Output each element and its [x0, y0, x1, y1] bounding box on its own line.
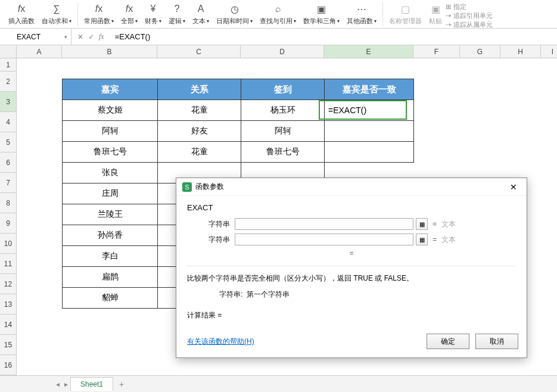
table-cell[interactable] [325, 142, 414, 163]
table-cell[interactable]: 兰陵王 [63, 204, 158, 225]
table-cell[interactable]: 好友 [158, 121, 241, 142]
row-header[interactable]: 9 [0, 213, 17, 234]
tab-nav-prev-icon[interactable]: ◂ [54, 380, 62, 388]
range-picker-icon[interactable]: ▦ [416, 218, 428, 230]
math-fn-button[interactable]: ▣ 数学和三角▾ [300, 1, 343, 27]
fx-star-icon: fx [92, 2, 105, 15]
row-header[interactable]: 3 [0, 92, 17, 112]
name-box[interactable]: EXACT ▾ [0, 29, 71, 45]
table-header-cell[interactable]: 签到 [241, 79, 325, 100]
column-header[interactable]: D [241, 45, 324, 58]
table-cell[interactable]: 李白 [63, 246, 158, 267]
function-description: 比较两个字符串是否完全相同（区分大小写），返回 TRUE 或 FALSE。 [187, 273, 516, 284]
finance-fn-button[interactable]: ¥ 财务▾ [141, 1, 165, 27]
table-cell[interactable]: 阿轲 [241, 121, 325, 142]
calculation-result: 计算结果 = [187, 310, 516, 321]
name-box-value: EXACT [17, 33, 41, 41]
autosum-button[interactable]: ∑ 自动求和▾ [38, 1, 75, 27]
row-header[interactable]: 8 [0, 193, 17, 213]
table-cell[interactable]: 张良 [63, 163, 158, 183]
cancel-button[interactable]: 取消 [475, 334, 518, 349]
ribbon-label: 日期和时间▾ [216, 17, 253, 26]
ribbon-label: 财务▾ [145, 17, 161, 26]
row-header[interactable]: 15 [0, 335, 17, 355]
row-header[interactable]: 1 [0, 58, 17, 71]
param2-input[interactable] [235, 234, 413, 245]
row-header[interactable]: 4 [0, 112, 17, 132]
table-cell[interactable]: 貂蝉 [63, 288, 158, 309]
dialog-function-name: EXACT [187, 203, 516, 212]
fx-icon[interactable]: fx [99, 32, 104, 41]
param-desc-text: 第一个字符串 [247, 290, 290, 298]
row-header[interactable]: 12 [0, 274, 17, 294]
ribbon-label: 文本▾ [192, 17, 209, 26]
common-fn-button[interactable]: fx 常用函数▾ [80, 1, 117, 27]
accept-formula-icon[interactable]: ✓ [88, 33, 94, 41]
table-cell[interactable]: 蔡文姬 [63, 100, 158, 121]
tab-nav-next-icon[interactable]: ▸ [62, 380, 70, 388]
cancel-formula-icon[interactable]: ✕ [77, 33, 83, 41]
table-cell[interactable]: 杨玉环 [241, 100, 325, 121]
search-icon: ⌕ [272, 2, 285, 15]
ribbon-label: 逻辑▾ [169, 17, 185, 26]
table-header-cell[interactable]: 嘉宾 [63, 79, 158, 100]
row-header[interactable]: 7 [0, 173, 17, 193]
dialog-close-button[interactable]: ✕ [506, 182, 521, 192]
column-header[interactable]: H [500, 45, 541, 58]
table-cell[interactable]: 鲁班七号 [241, 142, 325, 163]
table-cell[interactable]: 花童 [158, 142, 241, 163]
row-header[interactable]: 11 [0, 254, 17, 274]
column-header[interactable]: G [460, 45, 500, 58]
lookup-fn-button[interactable]: ⌕ 查找与引用▾ [256, 1, 300, 27]
clock-icon: ◷ [228, 2, 241, 15]
formula-input[interactable] [110, 32, 557, 41]
column-header[interactable]: C [157, 45, 241, 58]
table-cell[interactable]: 鲁班七号 [63, 142, 158, 163]
all-fn-button[interactable]: fx 全部▾ [117, 1, 141, 27]
datetime-fn-button[interactable]: ◷ 日期和时间▾ [213, 1, 256, 27]
assign-name-button: ⊞指定 [446, 2, 493, 11]
param1-input[interactable] [235, 218, 413, 230]
logic-fn-button[interactable]: ? 逻辑▾ [165, 1, 189, 27]
insert-function-button[interactable]: fx 插入函数 [5, 1, 38, 27]
table-cell[interactable]: 花童 [158, 100, 241, 121]
ribbon-label: 自动求和▾ [42, 17, 71, 26]
math-icon: ▣ [315, 2, 328, 15]
column-header[interactable]: B [62, 45, 157, 58]
table-cell[interactable]: =EXACT() [325, 100, 414, 121]
ribbon: fx 插入函数 ∑ 自动求和▾ fx 常用函数▾ fx 全部▾ ¥ 财务▾ ? … [0, 0, 557, 29]
table-header-cell[interactable]: 关系 [158, 79, 241, 100]
param1-hint: 文本 [441, 219, 456, 229]
row-header[interactable]: 14 [0, 315, 17, 335]
sheet-tab[interactable]: Sheet1 [70, 377, 113, 391]
function-help-link[interactable]: 有关该函数的帮助(H) [187, 337, 254, 347]
column-header[interactable]: I [541, 45, 557, 58]
table-cell[interactable]: 孙尚香 [63, 225, 158, 246]
table-cell[interactable]: 扁鹊 [63, 267, 158, 288]
column-header[interactable]: E [324, 45, 413, 58]
row-header[interactable]: 5 [0, 132, 17, 153]
row-header[interactable]: 10 [0, 234, 17, 254]
table-header-cell[interactable]: 嘉宾是否一致 [325, 79, 414, 100]
name-manager-button: ▢ 名称管理器 [385, 1, 425, 27]
column-header[interactable]: A [17, 45, 62, 58]
add-sheet-button[interactable]: + [113, 379, 130, 389]
paste-icon: ▣ [429, 2, 442, 15]
other-fn-button[interactable]: ⋯ 其他函数▾ [343, 1, 380, 27]
table-cell[interactable]: 阿轲 [63, 121, 158, 142]
table-cell[interactable]: 庄周 [63, 183, 158, 204]
table-cell[interactable] [325, 121, 414, 142]
select-all-corner[interactable] [0, 45, 17, 58]
text-fn-button[interactable]: A 文本▾ [189, 1, 213, 27]
row-header[interactable]: 13 [0, 294, 17, 315]
trace-dependents-button: ⇢追踪从属单元 [446, 20, 493, 29]
ok-button[interactable]: 确定 [427, 334, 469, 349]
row-header[interactable]: 2 [0, 71, 17, 92]
ribbon-label: 名称管理器 [389, 17, 422, 26]
ellipsis-icon: ⋯ [355, 2, 368, 15]
range-picker-icon[interactable]: ▦ [416, 234, 428, 245]
row-header[interactable]: 6 [0, 153, 17, 173]
column-header[interactable]: F [413, 45, 460, 58]
row-header[interactable]: 16 [0, 355, 17, 375]
ribbon-label: 常用函数▾ [84, 17, 114, 26]
